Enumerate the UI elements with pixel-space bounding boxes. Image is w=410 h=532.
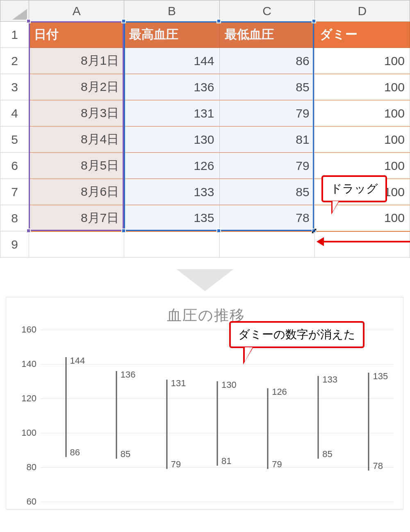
- cell-B3[interactable]: 136: [124, 74, 219, 100]
- spreadsheet[interactable]: A B C D 1 日付 最高血圧 最低血圧 ダミー 2 8月1日 144 86…: [0, 0, 410, 258]
- cell-A7[interactable]: 8月6日: [29, 179, 124, 205]
- data-label-high: 144: [70, 355, 85, 366]
- cell-A9[interactable]: [29, 231, 124, 258]
- selection-handle[interactable]: [312, 19, 316, 23]
- data-label-low: 85: [121, 449, 130, 460]
- cell-A5[interactable]: 8月4日: [29, 127, 124, 153]
- selection-handle[interactable]: [26, 229, 31, 233]
- column-header-row[interactable]: A B C D: [0, 0, 410, 22]
- chart-plot-area[interactable]: 6080100120140160 14486136851317913081126…: [17, 330, 395, 502]
- y-tick-label: 120: [21, 393, 36, 404]
- data-label-low: 79: [171, 459, 181, 470]
- hi-lo-bar: [368, 373, 369, 471]
- y-tick-label: 100: [21, 428, 36, 438]
- chart-panel[interactable]: 血圧の推移 ダミーの数字が消えた 6080100120140160 144861…: [6, 297, 403, 509]
- cell-D9[interactable]: [314, 231, 410, 258]
- cell-B9[interactable]: [124, 231, 219, 258]
- table-row[interactable]: 8 8月7日 135 78 100: [0, 205, 410, 231]
- cell-B2[interactable]: 144: [124, 48, 219, 74]
- table-row[interactable]: 6 8月5日 126 79 100: [0, 153, 410, 179]
- cell-A4[interactable]: 8月3日: [29, 100, 124, 127]
- table-row[interactable]: 4 8月3日 131 79 100: [0, 100, 410, 127]
- selection-handle[interactable]: [216, 19, 221, 23]
- cell-C6[interactable]: 79: [219, 153, 314, 179]
- selection-handle[interactable]: [26, 19, 31, 23]
- data-label-low: 86: [70, 447, 80, 458]
- cell-D3[interactable]: 100: [314, 74, 410, 100]
- grid-table[interactable]: A B C D 1 日付 最高血圧 最低血圧 ダミー 2 8月1日 144 86…: [0, 0, 410, 258]
- grid-line: [41, 502, 393, 502]
- cell-B4[interactable]: 131: [124, 100, 219, 127]
- row-header-3[interactable]: 3: [0, 74, 29, 100]
- data-label-low: 81: [221, 456, 231, 466]
- header-high[interactable]: 最高血圧: [124, 22, 219, 48]
- data-label-low: 78: [373, 461, 383, 471]
- row-header-7[interactable]: 7: [0, 179, 29, 205]
- data-label-high: 126: [272, 387, 287, 397]
- cell-C4[interactable]: 79: [219, 100, 314, 127]
- grid-line: [41, 364, 393, 364]
- cell-A6[interactable]: 8月5日: [29, 153, 124, 179]
- col-header-B[interactable]: B: [124, 0, 219, 22]
- row-header-6[interactable]: 6: [0, 153, 29, 179]
- selection-handle[interactable]: [312, 229, 316, 233]
- cell-D6[interactable]: 100: [314, 153, 410, 179]
- plot-area: 14486136851317913081126791338513578: [41, 330, 393, 502]
- cell-B5[interactable]: 130: [124, 127, 219, 153]
- cell-C2[interactable]: 86: [219, 48, 314, 74]
- data-label-low: 79: [272, 459, 282, 470]
- row-header-2[interactable]: 2: [0, 48, 29, 74]
- cell-C9[interactable]: [219, 231, 314, 258]
- cell-A8[interactable]: 8月7日: [29, 205, 124, 231]
- selection-handle[interactable]: [121, 19, 126, 23]
- cell-B8[interactable]: 135: [124, 205, 219, 231]
- cell-B7[interactable]: 133: [124, 179, 219, 205]
- cell-C8[interactable]: 78: [219, 205, 314, 231]
- row-header-8[interactable]: 8: [0, 205, 29, 231]
- cell-D4[interactable]: 100: [314, 100, 410, 127]
- hi-lo-bar: [217, 381, 218, 466]
- grid-line: [41, 467, 393, 468]
- hi-lo-bar: [65, 357, 66, 457]
- header-date[interactable]: 日付: [29, 22, 124, 48]
- table-header-row[interactable]: 1 日付 最高血圧 最低血圧 ダミー: [0, 22, 410, 48]
- selection-handle[interactable]: [216, 229, 221, 233]
- cell-C5[interactable]: 81: [219, 127, 314, 153]
- cell-D5[interactable]: 100: [314, 127, 410, 153]
- row-header-5[interactable]: 5: [0, 127, 29, 153]
- arrow-to-row9-icon: [324, 241, 410, 242]
- data-label-high: 131: [171, 378, 186, 389]
- col-header-C[interactable]: C: [219, 0, 314, 22]
- flow-arrow-down: [0, 258, 410, 297]
- cell-D8[interactable]: 100: [314, 205, 410, 231]
- cell-C3[interactable]: 85: [219, 74, 314, 100]
- svg-marker-0: [176, 269, 234, 291]
- header-dummy[interactable]: ダミー: [314, 22, 410, 48]
- row-header-1[interactable]: 1: [0, 22, 29, 48]
- cell-A2[interactable]: 8月1日: [29, 48, 124, 74]
- cell-A3[interactable]: 8月2日: [29, 74, 124, 100]
- data-label-high: 135: [373, 371, 388, 382]
- data-label-high: 133: [322, 374, 337, 385]
- selection-handle[interactable]: [121, 229, 126, 233]
- select-all-corner[interactable]: [0, 0, 29, 22]
- callout-drag-label: ドラッグ: [330, 182, 378, 195]
- table-row-empty[interactable]: 9: [0, 231, 410, 258]
- col-header-A[interactable]: A: [29, 0, 124, 22]
- callout-dummy-removed: ダミーの数字が消えた: [229, 321, 364, 348]
- data-label-high: 130: [221, 380, 237, 390]
- table-row[interactable]: 3 8月2日 136 85 100: [0, 74, 410, 100]
- header-low[interactable]: 最低血圧: [219, 22, 314, 48]
- row-header-9[interactable]: 9: [0, 231, 29, 258]
- hi-lo-bar: [116, 371, 117, 459]
- cell-B6[interactable]: 126: [124, 153, 219, 179]
- cell-D2[interactable]: 100: [314, 48, 410, 74]
- table-row[interactable]: 5 8月4日 130 81 100: [0, 127, 410, 153]
- chevron-down-icon: [176, 269, 234, 291]
- col-header-D[interactable]: D: [314, 0, 410, 22]
- y-tick-label: 160: [21, 324, 36, 335]
- row-header-4[interactable]: 4: [0, 100, 29, 127]
- y-axis: 6080100120140160: [17, 330, 39, 502]
- cell-C7[interactable]: 85: [219, 179, 314, 205]
- table-row[interactable]: 2 8月1日 144 86 100: [0, 48, 410, 74]
